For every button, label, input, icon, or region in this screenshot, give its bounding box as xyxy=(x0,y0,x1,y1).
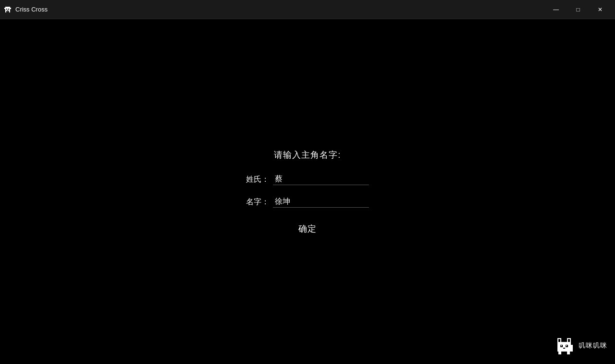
dialog-title: 请输入主角名字: xyxy=(274,149,341,161)
svg-rect-15 xyxy=(561,345,562,346)
svg-rect-20 xyxy=(571,345,573,352)
dialog-box: 请输入主角名字: 姓氏： 名字： 确定 xyxy=(246,149,369,235)
svg-rect-8 xyxy=(557,342,571,352)
close-button[interactable]: ✕ xyxy=(589,2,611,17)
svg-rect-4 xyxy=(9,11,10,12)
svg-rect-11 xyxy=(558,339,560,342)
surname-label: 姓氏： xyxy=(246,175,269,185)
svg-rect-16 xyxy=(566,345,567,346)
svg-rect-7 xyxy=(7,10,9,11)
svg-rect-12 xyxy=(568,339,570,342)
svg-rect-18 xyxy=(558,352,561,354)
window-title: Criss Cross xyxy=(15,6,47,13)
main-content: 请输入主角名字: 姓氏： 名字： 确定 xyxy=(0,19,615,364)
surname-row: 姓氏： xyxy=(246,174,369,185)
app-icon xyxy=(4,6,12,13)
svg-rect-2 xyxy=(10,8,11,9)
confirm-button[interactable]: 确定 xyxy=(298,223,317,235)
givenname-input[interactable] xyxy=(273,197,369,208)
givenname-label: 名字： xyxy=(246,197,269,207)
watermark-icon xyxy=(554,335,575,356)
svg-rect-19 xyxy=(567,352,570,354)
title-bar: Criss Cross — □ ✕ xyxy=(0,0,615,19)
svg-rect-17 xyxy=(563,348,565,349)
svg-rect-6 xyxy=(8,9,9,10)
title-bar-left: Criss Cross xyxy=(4,6,47,13)
givenname-row: 名字： xyxy=(246,197,369,208)
minimize-button[interactable]: — xyxy=(545,2,567,17)
watermark-text: 叽咪叽咪 xyxy=(579,341,607,350)
watermark: 叽咪叽咪 xyxy=(554,335,607,356)
title-bar-controls: — □ ✕ xyxy=(545,2,611,17)
svg-rect-1 xyxy=(4,8,5,9)
svg-rect-21 xyxy=(569,350,571,352)
svg-rect-5 xyxy=(6,9,7,10)
maximize-button[interactable]: □ xyxy=(567,2,589,17)
svg-rect-3 xyxy=(5,11,6,12)
surname-input[interactable] xyxy=(273,174,369,185)
